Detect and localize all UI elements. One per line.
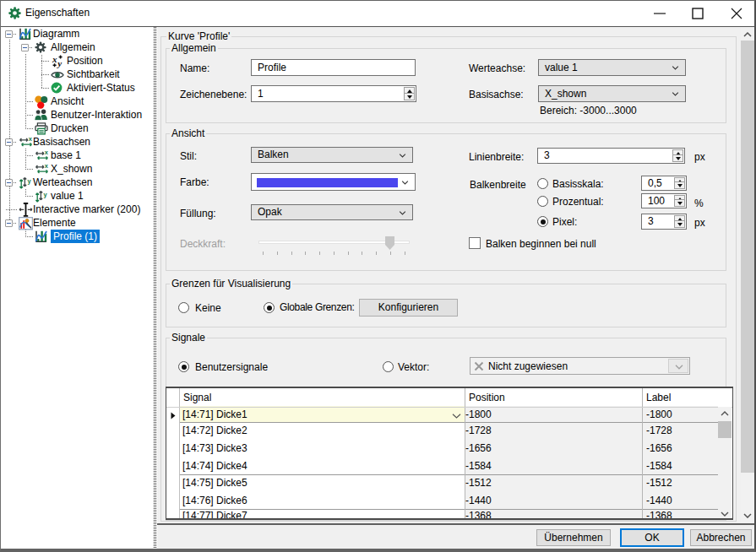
svg-text:x: x bbox=[45, 149, 49, 156]
svg-text:y: y bbox=[28, 177, 32, 185]
svg-text:x: x bbox=[52, 55, 57, 64]
svg-text:y: y bbox=[56, 58, 62, 68]
svg-text:y: y bbox=[44, 191, 48, 198]
svg-text:x: x bbox=[45, 163, 49, 170]
